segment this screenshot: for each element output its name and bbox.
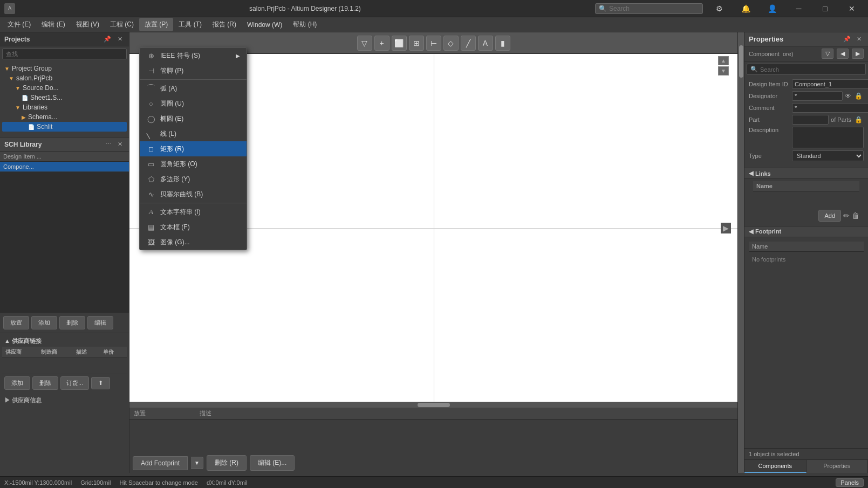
projects-search-input[interactable] (2, 49, 127, 59)
line-btn[interactable]: ╱ (461, 36, 476, 51)
notifications-btn[interactable]: 🔔 (734, 0, 758, 17)
account-btn[interactable]: 👤 (760, 0, 784, 17)
menu-item-polygon[interactable]: ⬠ 多边形 (Y) (140, 171, 247, 187)
menu-reports[interactable]: 报告 (R) (207, 18, 242, 31)
title-search-input[interactable] (609, 5, 695, 12)
menu-view[interactable]: 视图 (V) (71, 18, 105, 31)
add-footprint-dropdown-btn[interactable]: ▼ (191, 457, 203, 469)
comp-row[interactable]: Compone... (0, 162, 129, 172)
supplier-row-empty (2, 358, 127, 374)
menu-project[interactable]: 工程 (C) (105, 18, 139, 31)
add-link-btn[interactable]: Add (818, 210, 841, 222)
close-btn[interactable]: ✕ (839, 0, 864, 17)
wire-btn[interactable]: ⊢ (426, 36, 441, 51)
tree-label: Source Do... (23, 84, 59, 92)
rect-select-btn[interactable]: ⬜ (392, 36, 407, 51)
tree-salon-prjpcb[interactable]: ▼ salon.PrjPcb (2, 73, 127, 83)
menu-help[interactable]: 帮助 (H) (288, 18, 322, 31)
edit-comp-btn[interactable]: 编辑 (87, 316, 113, 329)
add-supplier-btn[interactable]: 添加 (4, 376, 30, 390)
align-btn[interactable]: ⊞ (409, 36, 424, 51)
menu-item-rounded-rect[interactable]: ▭ 圆角矩形 (O) (140, 156, 247, 171)
menu-item-label: 线 (L) (160, 129, 176, 139)
menu-window[interactable]: Window (W) (242, 19, 288, 31)
props-close-btn[interactable]: ✕ (855, 35, 864, 44)
tree-schema[interactable]: ▶ Schema... (2, 112, 127, 122)
menu-edit[interactable]: 编辑 (E) (36, 18, 70, 31)
tree-source-docs[interactable]: ▼ Source Do... (2, 83, 127, 93)
title-search-bar[interactable]: 🔍 (595, 3, 703, 14)
edit-footprint-btn[interactable]: 编辑 (E)... (250, 455, 295, 471)
tab-properties[interactable]: Properties (807, 460, 869, 473)
description-input[interactable] (792, 127, 864, 148)
tree-project-group[interactable]: ▼ Project Group (2, 64, 127, 73)
designator-input[interactable] (792, 91, 843, 101)
add-comp-btn[interactable]: 添加 (31, 316, 57, 329)
supplier-header[interactable]: ▲ 供应商链接 (2, 335, 127, 347)
left-panel: Projects 📌 ✕ ▼ Project Group ▼ salon.Prj… (0, 32, 129, 473)
tree-sheet1[interactable]: 📄 Sheet1.S... (2, 93, 127, 102)
edit-link-btn[interactable]: ✏ (843, 210, 850, 222)
menu-item-rect[interactable]: □ 矩形 (R) (140, 141, 247, 156)
props-pin-btn[interactable]: 📌 (841, 35, 853, 44)
next-btn[interactable]: ▶ (852, 49, 864, 59)
add-tool-btn[interactable]: + (374, 36, 389, 51)
props-search-bar[interactable]: 🔍 (747, 64, 866, 75)
sch-close-btn[interactable]: ✕ (115, 140, 125, 149)
comment-input[interactable] (792, 103, 868, 113)
pin-btn[interactable]: 📌 (101, 35, 113, 44)
nav-arrow-right[interactable]: ▶ (721, 223, 731, 233)
design-item-input[interactable] (792, 79, 868, 89)
menu-item-pin[interactable]: ⊣ 管脚 (P) (140, 63, 247, 78)
menu-place[interactable]: 放置 (P) (139, 18, 173, 31)
menu-item-line[interactable]: / 线 (L) (140, 126, 247, 141)
props-search-input[interactable] (760, 66, 862, 73)
menu-item-circle[interactable]: ○ 圆圈 (U) (140, 96, 247, 111)
close-panel-btn[interactable]: ✕ (115, 35, 125, 44)
delete-comp-btn[interactable]: 删除 (59, 316, 85, 329)
menu-item-ieee[interactable]: ⊕ IEEE 符号 (S) ▶ (140, 48, 247, 63)
col-manufacturer: 制造商 (38, 347, 73, 358)
part-lock-btn[interactable]: 🔒 (853, 115, 864, 125)
sch-more-btn[interactable]: ⋯ (104, 140, 114, 149)
menu-item-bezier[interactable]: ∿ 贝塞尔曲线 (B) (140, 187, 247, 202)
menu-file[interactable]: 文件 (E) (2, 18, 36, 31)
settings-btn[interactable]: ⚙ (707, 0, 732, 17)
canvas-scrollbar-v[interactable] (737, 32, 744, 473)
text-btn[interactable]: A (478, 36, 493, 51)
maximize-btn[interactable]: □ (813, 0, 837, 17)
supplier-up-btn[interactable]: ⬆ (91, 377, 110, 389)
menu-item-text-box[interactable]: ▤ 文本框 (F) (140, 219, 247, 235)
designator-lock-btn[interactable]: 🔒 (853, 91, 864, 101)
menu-tools[interactable]: 工具 (T) (173, 18, 207, 31)
nav-up-btn[interactable]: ▲ (718, 56, 729, 65)
tree-schlit[interactable]: 📄 Schlit (2, 122, 127, 132)
part-num-input[interactable] (792, 115, 829, 125)
tab-components[interactable]: Components (744, 460, 807, 473)
menu-item-image[interactable]: 🖼 图像 (G)... (140, 235, 247, 250)
menu-item-arc[interactable]: ⌒ 弧 (A) (140, 81, 247, 96)
filter-tool-btn[interactable]: ▽ (357, 36, 372, 51)
menu-item-text-string[interactable]: A 文本字符串 (I) (140, 204, 247, 219)
scrollbar-thumb-v (739, 45, 743, 78)
minimize-btn[interactable]: ─ (787, 0, 811, 17)
prev-btn[interactable]: ◀ (837, 49, 849, 59)
designator-eye-btn[interactable]: 👁 (844, 91, 852, 101)
delete-footprint-btn[interactable]: 删除 (R) (207, 455, 247, 471)
nav-down-btn[interactable]: ▼ (718, 66, 729, 75)
menu-item-ellipse[interactable]: ◯ 椭圆 (E) (140, 111, 247, 126)
order-btn[interactable]: 订货... (60, 376, 89, 390)
tree-libraries[interactable]: ▼ Libraries (2, 102, 127, 112)
filter-btn[interactable]: ▽ (822, 49, 833, 59)
delete-link-btn[interactable]: 🗑 (852, 210, 859, 222)
comment-label: Comment (749, 105, 792, 111)
place-btn[interactable]: 放置 (3, 316, 29, 329)
place-dropdown-menu: ⊕ IEEE 符号 (S) ▶ ⊣ 管脚 (P) ⌒ 弧 (A) ○ 圆圈 (U… (139, 47, 247, 250)
panels-btn[interactable]: Panels (836, 478, 864, 487)
delete-supplier-btn[interactable]: 删除 (32, 376, 58, 390)
supplier-info-header[interactable]: ▶ 供应商信息 (0, 394, 129, 407)
polygon-btn[interactable]: ◇ (443, 36, 459, 51)
add-footprint-btn[interactable]: Add Footprint (133, 456, 188, 470)
type-select[interactable]: Standard (792, 150, 864, 161)
power-btn[interactable]: ▮ (495, 36, 510, 51)
